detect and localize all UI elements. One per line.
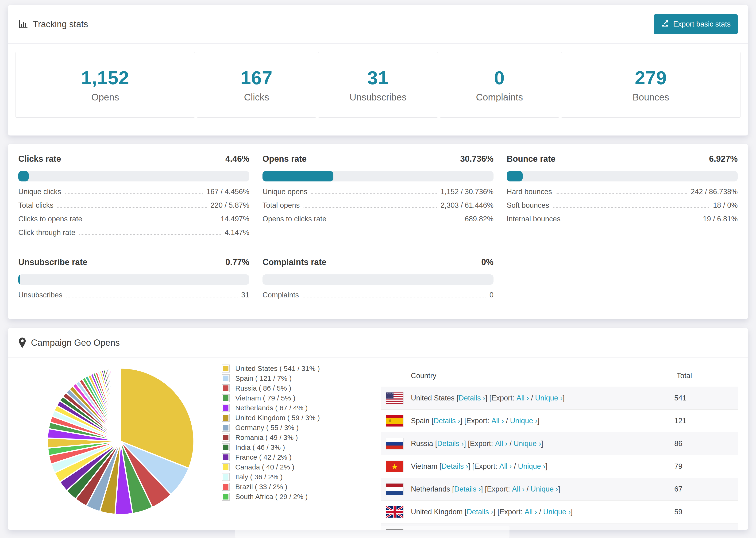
legend-item-italy: Italy ( 36 / 2% ) — [222, 473, 365, 481]
geo-table-row-united-kingdom: United Kingdom [Details ›] [Export: All … — [381, 501, 738, 523]
details-link-united-states[interactable]: Details › — [459, 394, 485, 402]
tracking-stats-header: Tracking stats Export basic stats — [8, 5, 748, 44]
stat-label: Opens — [91, 92, 119, 103]
complaints-rate-progress-bar — [262, 274, 494, 285]
export-all-link-netherlands[interactable]: All › — [512, 485, 524, 493]
legend-label: Spain ( 121 / 7% ) — [235, 374, 292, 382]
bracket-text: ] — [571, 508, 573, 516]
export-unique-link-russia[interactable]: Unique › — [514, 439, 541, 448]
geo-country-name: Spain — [411, 417, 432, 425]
bounce-rate-block: Bounce rate6.927%Hard bounces242 / 86.73… — [507, 154, 738, 242]
netherlands-flag-icon — [386, 484, 404, 495]
stat-value: 167 — [241, 67, 272, 89]
rate-row-label: Soft bounces — [507, 201, 549, 210]
opens-rate-rows: Unique opens1,152 / 30.736%Total opens2,… — [262, 188, 494, 228]
rate-row-value: 4.147% — [225, 228, 249, 237]
stat-label: Complaints — [476, 92, 523, 103]
rates-grid: Clicks rate4.46%Unique clicks167 / 4.456… — [8, 144, 748, 314]
export-all-link-spain[interactable]: All › — [491, 417, 504, 425]
geo-total-cell: 55 — [670, 523, 738, 530]
legend-swatch — [222, 483, 230, 491]
rate-row: Opens to clicks rate689.82% — [262, 215, 494, 228]
legend-item-united-states: United States ( 541 / 31% ) — [222, 364, 365, 372]
bracket-text: [ — [435, 439, 437, 448]
export-unique-link-spain[interactable]: Unique › — [510, 417, 537, 425]
unsubscribe-rate-block: Unsubscribe rate0.77%Unsubscribes31 — [18, 257, 249, 304]
legend-swatch — [222, 384, 230, 392]
bounce-rate-head: Bounce rate6.927% — [507, 154, 738, 164]
dotted-leader — [79, 234, 221, 235]
dotted-leader — [553, 207, 709, 208]
legend-label: Netherlands ( 67 / 4% ) — [235, 404, 307, 412]
export-unique-link-netherlands[interactable]: Unique › — [531, 485, 558, 493]
details-link-russia[interactable]: Details › — [437, 439, 464, 448]
rate-row-label: Complaints — [262, 291, 299, 299]
export-all-link-russia[interactable]: All › — [495, 439, 507, 448]
bracket-text: [ — [432, 417, 434, 425]
legend-item-germany: Germany ( 55 / 3% ) — [222, 424, 365, 432]
details-link-netherlands[interactable]: Details › — [454, 485, 481, 493]
geo-country-cell: United States [Details ›] [Export: All ›… — [381, 387, 670, 409]
rate-row-label: Total clicks — [18, 201, 54, 210]
rate-row-label: Unsubscribes — [18, 291, 63, 299]
dotted-leader — [303, 207, 437, 208]
export-unique-link-united-kingdom[interactable]: Unique › — [543, 508, 570, 516]
geo-total-cell: 79 — [670, 455, 738, 478]
rate-row: Soft bounces18 / 0% — [507, 201, 738, 215]
germany-flag-icon — [386, 529, 404, 530]
stat-box-opens: 1,152Opens — [16, 52, 195, 118]
clicks-rate-value: 4.46% — [225, 154, 249, 164]
unsubscribe-rate-rows: Unsubscribes31 — [18, 291, 249, 304]
complaints-rate-block: Complaints rate0%Complaints0 — [262, 257, 494, 304]
rate-row-label: Click through rate — [18, 228, 75, 237]
legend-item-south-africa: South Africa ( 29 / 2% ) — [222, 493, 365, 501]
legend-label: France ( 42 / 2% ) — [235, 453, 292, 461]
export-all-link-united-kingdom[interactable]: All › — [524, 508, 537, 516]
dotted-leader — [65, 193, 203, 194]
details-link-spain[interactable]: Details › — [434, 417, 460, 425]
geo-country-cell-content: Germany [Details ›] [Export: All › / Uni… — [386, 529, 665, 530]
clicks-rate-progress-bar — [18, 171, 249, 182]
export-all-link-vietnam[interactable]: All › — [499, 462, 512, 471]
geo-total-cell: 59 — [670, 501, 738, 523]
details-link-vietnam[interactable]: Details › — [441, 462, 468, 471]
stat-value: 31 — [367, 67, 389, 89]
details-link-united-kingdom[interactable]: Details › — [467, 508, 494, 516]
campaign-geo-opens-title-text: Campaign Geo Opens — [31, 338, 120, 348]
geo-country-name: Russia — [411, 439, 435, 448]
export-basic-stats-button[interactable]: Export basic stats — [654, 14, 738, 34]
geo-body: United States ( 541 / 31% )Spain ( 121 /… — [8, 358, 748, 530]
bracket-text: / — [524, 485, 531, 493]
united-states-flag-icon — [386, 393, 404, 404]
export-unique-link-united-states[interactable]: Unique › — [535, 394, 563, 402]
opens-rate-progress-bar — [262, 171, 494, 182]
rate-row: Total opens2,303 / 61.446% — [262, 201, 494, 215]
dotted-leader — [66, 297, 238, 297]
geo-country-cell: United Kingdom [Details ›] [Export: All … — [381, 501, 670, 523]
complaints-rate-value: 0% — [481, 257, 494, 267]
legend-item-canada: Canada ( 40 / 2% ) — [222, 463, 365, 471]
legend-label: Brazil ( 33 / 2% ) — [235, 483, 287, 491]
bracket-text: ] — [537, 417, 540, 425]
legend-swatch-color — [223, 494, 229, 500]
rate-row: Unsubscribes31 — [18, 291, 249, 304]
dotted-leader — [311, 193, 437, 194]
rate-row: Hard bounces242 / 86.738% — [507, 188, 738, 201]
legend-item-netherlands: Netherlands ( 67 / 4% ) — [222, 404, 365, 412]
bracket-text: / — [529, 394, 535, 402]
bracket-text: [ — [452, 485, 454, 493]
bracket-text: / — [508, 439, 514, 448]
geo-table-row-germany: Germany [Details ›] [Export: All › / Uni… — [381, 523, 738, 530]
rate-row-value: 31 — [242, 291, 249, 299]
export-unique-link-vietnam[interactable]: Unique › — [518, 462, 545, 471]
legend-swatch — [222, 414, 230, 422]
geo-country-name: Netherlands — [411, 485, 452, 493]
bracket-text: ] [Export: — [460, 417, 491, 425]
export-all-link-united-states[interactable]: All › — [516, 394, 529, 402]
stat-label: Clicks — [244, 92, 269, 103]
geo-table-wrap: Country Total United States [Details ›] … — [381, 365, 738, 530]
unsubscribe-rate-head: Unsubscribe rate0.77% — [18, 257, 249, 267]
rate-row: Total clicks220 / 5.87% — [18, 201, 249, 215]
opens-rate-head: Opens rate30.736% — [262, 154, 494, 164]
geo-country-cell: Netherlands [Details ›] [Export: All › /… — [381, 478, 670, 501]
